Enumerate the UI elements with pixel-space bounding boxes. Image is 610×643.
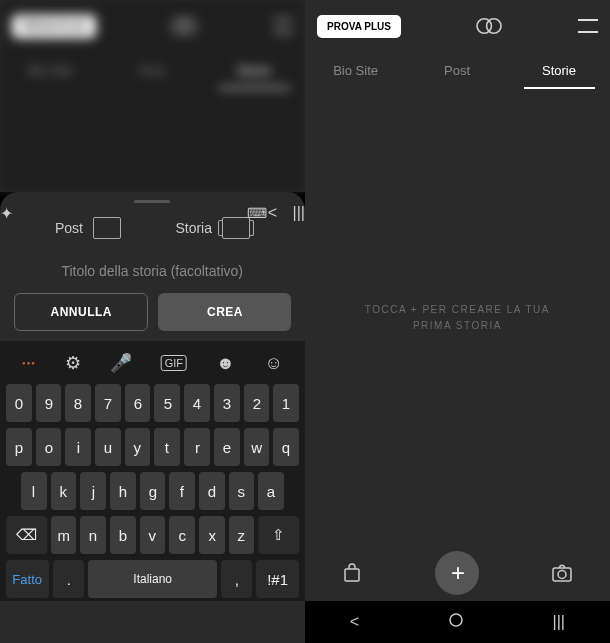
- prova-plus-button[interactable]: PROVA PLUS: [317, 15, 401, 38]
- screen-left: PROVA PLUS Storie Post Bio Site Storia P…: [0, 0, 305, 643]
- emoji-icon[interactable]: ☺: [264, 353, 282, 374]
- key-k[interactable]: k: [51, 472, 77, 510]
- svg-point-4: [477, 19, 491, 33]
- key-y[interactable]: y: [125, 428, 151, 466]
- empty-text-2: PRIMA STORIA: [365, 318, 550, 334]
- key-b[interactable]: b: [110, 516, 136, 554]
- key-p[interactable]: p: [6, 428, 32, 466]
- cancel-button[interactable]: ANNULLA: [14, 293, 149, 331]
- mic-icon[interactable]: 🎤: [110, 352, 132, 374]
- key-8[interactable]: 8: [65, 384, 91, 422]
- type-option-storia[interactable]: Storia: [175, 217, 250, 239]
- svg-point-6: [559, 571, 567, 579]
- key-a[interactable]: a: [258, 472, 284, 510]
- key-j[interactable]: j: [80, 472, 106, 510]
- key-i[interactable]: i: [65, 428, 91, 466]
- story-icon: [222, 217, 250, 239]
- empty-text-1: TOCCA + PER CREARE LA TUA: [365, 302, 550, 318]
- story-title-input[interactable]: Titolo della storia (facoltativo): [0, 257, 305, 293]
- key-w[interactable]: w: [244, 428, 270, 466]
- key-l[interactable]: l: [21, 472, 47, 510]
- bottom-toolbar: +: [305, 545, 610, 601]
- key-s[interactable]: s: [229, 472, 255, 510]
- key-9[interactable]: 9: [36, 384, 62, 422]
- key-m[interactable]: m: [51, 516, 77, 554]
- key-z[interactable]: z: [229, 516, 255, 554]
- create-button[interactable]: CREA: [159, 293, 292, 331]
- key-h[interactable]: h: [110, 472, 136, 510]
- key-6[interactable]: 6: [125, 384, 151, 422]
- nav-accessibility-icon[interactable]: ✦: [0, 204, 13, 223]
- key-period[interactable]: .: [53, 560, 84, 598]
- key-0[interactable]: 0: [6, 384, 32, 422]
- nav-home-icon[interactable]: [448, 612, 464, 632]
- nav-recents-icon[interactable]: |||: [293, 204, 305, 222]
- prova-plus-button[interactable]: PROVA PLUS: [12, 15, 96, 38]
- key-r[interactable]: r: [184, 428, 210, 466]
- fab-add-button[interactable]: +: [436, 551, 480, 595]
- keyboard: ☺ ☻ GIF 🎤 ⚙ ●●● 1234567890 qwertyuiop as…: [0, 341, 305, 601]
- sticker-icon[interactable]: ☻: [216, 353, 235, 374]
- key-3[interactable]: 3: [214, 384, 240, 422]
- nav-back-icon[interactable]: <: [350, 613, 359, 631]
- key-backspace[interactable]: ⌫: [6, 516, 47, 554]
- svg-point-8: [450, 614, 462, 626]
- key-v[interactable]: v: [140, 516, 166, 554]
- camera-icon[interactable]: [551, 561, 575, 585]
- app-logo-icon: [473, 16, 505, 36]
- key-f[interactable]: f: [169, 472, 195, 510]
- nav-recents-icon[interactable]: |||: [553, 613, 565, 631]
- tab-post[interactable]: Post: [407, 52, 509, 89]
- key-t[interactable]: t: [154, 428, 180, 466]
- android-navbar: ||| <: [305, 601, 610, 643]
- svg-rect-7: [346, 569, 360, 581]
- key-symbols[interactable]: !#1: [256, 560, 299, 598]
- key-comma[interactable]: ,: [221, 560, 252, 598]
- gif-icon[interactable]: GIF: [161, 355, 187, 371]
- tab-storie[interactable]: Storie: [508, 52, 610, 89]
- key-u[interactable]: u: [95, 428, 121, 466]
- blurred-background: PROVA PLUS Storie Post Bio Site: [0, 0, 305, 192]
- more-dots-icon[interactable]: ●●●: [22, 360, 36, 366]
- app-logo-icon: [168, 16, 200, 36]
- key-g[interactable]: g: [140, 472, 166, 510]
- key-1[interactable]: 1: [273, 384, 299, 422]
- key-o[interactable]: o: [36, 428, 62, 466]
- post-icon: [93, 217, 121, 239]
- key-2[interactable]: 2: [244, 384, 270, 422]
- key-7[interactable]: 7: [95, 384, 121, 422]
- create-sheet: Storia Post Titolo della storia (facolta…: [0, 192, 305, 601]
- type-option-post[interactable]: Post: [55, 217, 121, 239]
- key-e[interactable]: e: [214, 428, 240, 466]
- key-q[interactable]: q: [273, 428, 299, 466]
- tab-post[interactable]: Post: [102, 52, 204, 89]
- key-shift[interactable]: ⇧: [258, 516, 299, 554]
- key-done[interactable]: Fatto: [6, 560, 49, 598]
- tab-biosite[interactable]: Bio Site: [305, 52, 407, 89]
- sheet-handle[interactable]: [135, 200, 171, 203]
- empty-state: TOCCA + PER CREARE LA TUA PRIMA STORIA: [305, 90, 610, 545]
- tab-storie[interactable]: Storie: [203, 52, 305, 89]
- screen-right: PROVA PLUS Storie Post Bio Site TOCCA + …: [305, 0, 610, 643]
- menu-icon[interactable]: [273, 19, 293, 33]
- menu-icon[interactable]: [578, 19, 598, 33]
- tab-biosite[interactable]: Bio Site: [0, 52, 102, 89]
- bag-icon[interactable]: [341, 561, 365, 585]
- nav-back-icon[interactable]: <: [267, 204, 276, 222]
- nav-keyboard-icon[interactable]: ⌨: [247, 205, 267, 221]
- key-x[interactable]: x: [199, 516, 225, 554]
- key-4[interactable]: 4: [184, 384, 210, 422]
- key-d[interactable]: d: [199, 472, 225, 510]
- svg-point-1: [172, 19, 186, 33]
- key-5[interactable]: 5: [154, 384, 180, 422]
- settings-icon[interactable]: ⚙: [65, 352, 81, 374]
- key-n[interactable]: n: [80, 516, 106, 554]
- key-c[interactable]: c: [169, 516, 195, 554]
- key-space[interactable]: Italiano: [88, 560, 217, 598]
